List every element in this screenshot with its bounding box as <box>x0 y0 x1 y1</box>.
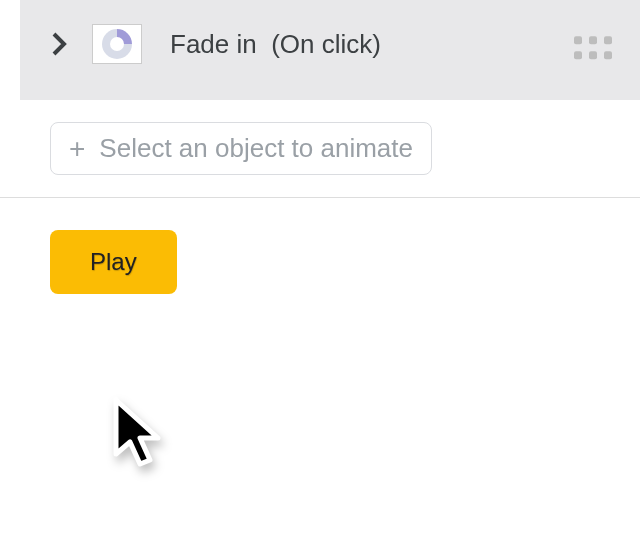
object-thumbnail <box>92 24 142 64</box>
play-section: Play <box>0 198 640 326</box>
expand-toggle[interactable] <box>40 24 80 64</box>
select-object-button[interactable]: + Select an object to animate <box>50 122 432 175</box>
drag-handle-icon[interactable] <box>574 36 612 59</box>
cursor-pointer-icon <box>108 396 170 480</box>
pie-chart-icon <box>102 29 132 59</box>
trigger-name: (On click) <box>271 29 381 59</box>
animation-label: Fade in (On click) <box>170 29 620 60</box>
chevron-right-icon <box>52 32 68 56</box>
animation-entry-row[interactable]: Fade in (On click) <box>20 0 640 100</box>
effect-name: Fade in <box>170 29 257 59</box>
select-object-label: Select an object to animate <box>99 133 413 164</box>
plus-icon: + <box>69 135 85 163</box>
play-button[interactable]: Play <box>50 230 177 294</box>
select-object-section: + Select an object to animate <box>0 100 640 198</box>
